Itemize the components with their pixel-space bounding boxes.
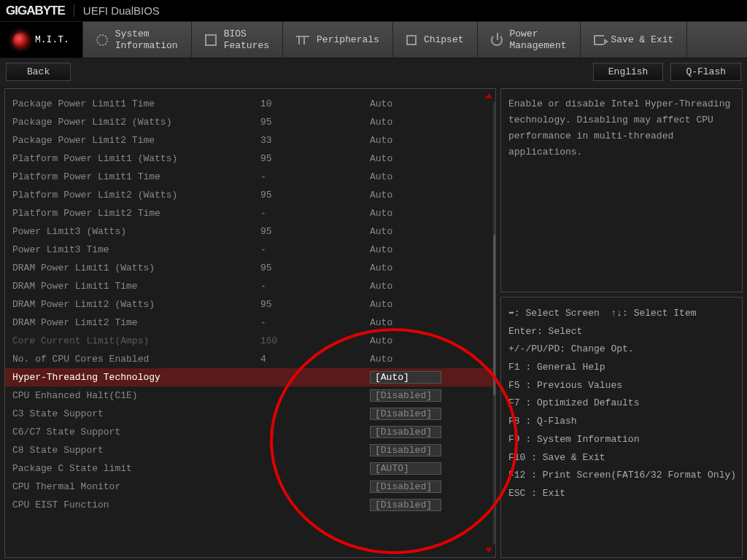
setting-label: Power Limit3 (Watts) [12, 226, 260, 237]
setting-value: 95 [260, 262, 370, 273]
hint: F12 : Print Screen(FAT16/32 Format Only) [508, 467, 735, 485]
setting-state[interactable]: Auto [370, 117, 488, 128]
tab-bar: M.I.T. System Information BIOS Features … [0, 22, 747, 58]
setting-state[interactable]: Auto [370, 98, 488, 109]
setting-state[interactable]: Auto [370, 135, 488, 146]
hint: F5 : Previous Values [508, 377, 735, 395]
setting-row[interactable]: CPU EIST Function[Disabled] [5, 496, 495, 514]
setting-state[interactable]: [Disabled] [370, 426, 488, 438]
language-button[interactable]: English [593, 63, 664, 81]
hint: F10 : Save & Exit [508, 449, 735, 467]
setting-label: Platform Power Limit1 (Watts) [12, 153, 260, 164]
setting-value: 10 [260, 98, 370, 109]
tab-peripherals[interactable]: Peripherals [283, 22, 393, 58]
setting-state[interactable]: [Disabled] [370, 499, 488, 511]
setting-state[interactable]: Auto [370, 335, 488, 346]
chipset-icon [406, 35, 417, 45]
setting-state[interactable]: Auto [370, 208, 488, 219]
setting-value: 95 [260, 226, 370, 237]
help-text: Enable or disable Intel Hyper-Threading … [500, 88, 743, 292]
peripherals-icon [296, 36, 309, 44]
setting-state[interactable]: Auto [370, 354, 488, 365]
setting-label: Core Current Limit(Amps) [12, 335, 260, 346]
setting-state[interactable]: [Disabled] [370, 444, 488, 456]
setting-row[interactable]: C6/C7 State Support[Disabled] [5, 423, 495, 441]
setting-row[interactable]: CPU Enhanced Halt(C1E)[Disabled] [5, 386, 495, 405]
setting-label: CPU EIST Function [12, 499, 260, 510]
tab-label: Power Management [510, 28, 567, 51]
red-dot-icon [13, 33, 28, 47]
setting-value: 4 [260, 354, 370, 365]
setting-label: Platform Power Limit2 Time [12, 208, 260, 219]
setting-row[interactable]: DRAM Power Limit2 Time-Auto [5, 314, 495, 332]
qflash-button[interactable]: Q-Flash [670, 63, 741, 81]
setting-row[interactable]: DRAM Power Limit1 (Watts)95Auto [5, 259, 495, 277]
setting-state[interactable]: [AUTO] [370, 462, 488, 475]
setting-label: Platform Power Limit1 Time [12, 171, 260, 182]
setting-state[interactable]: Auto [370, 190, 488, 201]
scrollbar-thumb[interactable] [493, 235, 495, 395]
setting-state[interactable]: Auto [370, 317, 488, 328]
setting-row[interactable]: DRAM Power Limit1 Time-Auto [5, 277, 495, 295]
setting-value: - [260, 281, 370, 292]
setting-state[interactable]: [Disabled] [370, 481, 488, 493]
setting-row[interactable]: Package C State limit[AUTO] [5, 459, 495, 478]
bios-title: UEFI DualBIOS [74, 4, 160, 17]
tab-bios-features[interactable]: BIOS Features [192, 22, 283, 58]
setting-label: C3 State Support [12, 408, 260, 419]
tab-label: Save & Exit [611, 34, 674, 46]
setting-state[interactable]: [Disabled] [370, 389, 488, 402]
hint: F7 : Optimized Defaults [508, 394, 735, 413]
setting-state[interactable]: Auto [370, 171, 488, 182]
setting-label: C6/C7 State Support [12, 427, 260, 438]
setting-state[interactable]: Auto [370, 244, 488, 255]
hint: Enter: Select [508, 323, 735, 341]
setting-label: Package Power Limit1 Time [12, 98, 260, 109]
setting-row[interactable]: Core Current Limit(Amps)160Auto [5, 332, 495, 350]
setting-label: Power Limit3 Time [12, 244, 260, 255]
setting-label: Platform Power Limit2 (Watts) [12, 190, 260, 201]
setting-state[interactable]: Auto [370, 281, 488, 292]
setting-value: - [260, 171, 370, 182]
setting-state[interactable]: Auto [370, 226, 488, 237]
back-button[interactable]: Back [6, 63, 71, 81]
setting-state[interactable]: [Auto] [370, 371, 488, 384]
setting-state[interactable]: Auto [370, 262, 488, 273]
setting-row[interactable]: C8 State Support[Disabled] [5, 441, 495, 459]
setting-value: 95 [260, 190, 370, 201]
setting-label: No. of CPU Cores Enabled [12, 354, 260, 365]
setting-row[interactable]: Hyper-Threading Technology[Auto] [5, 368, 495, 386]
setting-row[interactable]: Power Limit3 Time-Auto [5, 241, 495, 259]
setting-row[interactable]: No. of CPU Cores Enabled4Auto [5, 350, 495, 368]
setting-row[interactable]: Power Limit3 (Watts)95Auto [5, 222, 495, 241]
scroll-down-icon[interactable] [485, 548, 492, 553]
setting-row[interactable]: Package Power Limit2 (Watts)95Auto [5, 113, 495, 131]
scroll-up-icon[interactable] [485, 93, 492, 98]
setting-row[interactable]: Platform Power Limit2 Time-Auto [5, 204, 495, 222]
hint: ⬌: Select Screen [508, 308, 600, 319]
setting-row[interactable]: Package Power Limit1 Time10Auto [5, 95, 495, 113]
setting-row[interactable]: CPU Thermal Monitor[Disabled] [5, 478, 495, 496]
setting-row[interactable]: Platform Power Limit2 (Watts)95Auto [5, 186, 495, 204]
hint: +/-/PU/PD: Change Opt. [508, 341, 735, 359]
tab-system-information[interactable]: System Information [83, 22, 192, 58]
setting-row[interactable]: DRAM Power Limit2 (Watts)95Auto [5, 295, 495, 314]
setting-state[interactable]: Auto [370, 153, 488, 164]
tab-mit[interactable]: M.I.T. [0, 22, 83, 58]
setting-state[interactable]: Auto [370, 299, 488, 310]
setting-value: 95 [260, 153, 370, 164]
setting-state[interactable]: [Disabled] [370, 408, 488, 420]
setting-row[interactable]: Platform Power Limit1 Time-Auto [5, 168, 495, 186]
hint: ↑↓: Select Item [611, 308, 696, 319]
gear-icon [96, 34, 108, 46]
setting-row[interactable]: C3 State Support[Disabled] [5, 405, 495, 423]
setting-row[interactable]: Package Power Limit2 Time33Auto [5, 131, 495, 149]
tab-power-management[interactable]: Power Management [478, 22, 581, 58]
setting-row[interactable]: Platform Power Limit1 (Watts)95Auto [5, 149, 495, 168]
setting-label: DRAM Power Limit1 Time [12, 281, 260, 292]
tab-save-exit[interactable]: Save & Exit [581, 22, 688, 58]
setting-label: DRAM Power Limit1 (Watts) [12, 262, 260, 273]
chip-icon [205, 34, 217, 46]
tab-chipset[interactable]: Chipset [393, 22, 478, 58]
brand-logo: GIGABYTE [6, 4, 74, 18]
